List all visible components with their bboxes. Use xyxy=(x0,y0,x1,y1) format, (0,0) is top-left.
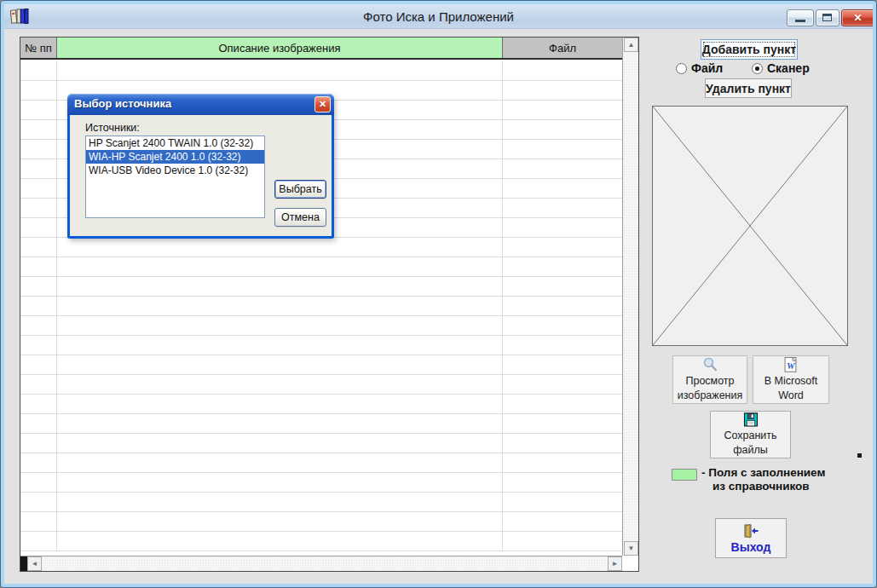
table-cell[interactable] xyxy=(20,532,57,551)
table-row[interactable] xyxy=(20,277,622,297)
table-cell[interactable] xyxy=(20,159,57,178)
scroll-right-button[interactable]: ► xyxy=(608,556,622,571)
table-cell[interactable] xyxy=(20,512,57,531)
table-cell[interactable] xyxy=(57,375,503,394)
table-row[interactable] xyxy=(20,238,622,257)
table-cell[interactable] xyxy=(503,120,621,139)
table-cell[interactable] xyxy=(503,493,621,511)
table-row[interactable] xyxy=(20,473,622,493)
table-cell[interactable] xyxy=(503,179,621,198)
minimize-button[interactable] xyxy=(787,9,814,26)
exit-button[interactable]: Выход xyxy=(715,518,787,558)
source-list-item[interactable]: WIA-HP Scanjet 2400 1.0 (32-32) xyxy=(86,150,264,164)
table-cell[interactable] xyxy=(57,414,503,433)
scroll-left-button[interactable]: ◄ xyxy=(27,556,42,571)
radio-scanner[interactable]: Сканер xyxy=(752,61,810,75)
table-cell[interactable] xyxy=(503,61,621,80)
table-cell[interactable] xyxy=(57,493,503,511)
table-cell[interactable] xyxy=(503,414,621,433)
table-cell[interactable] xyxy=(20,375,57,394)
column-header-desc[interactable]: Описание изображения xyxy=(57,37,503,58)
save-files-button[interactable]: Сохранить файлы xyxy=(710,411,791,458)
table-cell[interactable] xyxy=(503,238,621,257)
table-row[interactable] xyxy=(20,257,622,277)
table-cell[interactable] xyxy=(503,336,621,355)
table-cell[interactable] xyxy=(57,453,503,472)
add-item-button[interactable]: Добавить пункт xyxy=(701,39,798,60)
table-cell[interactable] xyxy=(57,297,503,315)
table-cell[interactable] xyxy=(57,316,503,335)
table-cell[interactable] xyxy=(20,316,57,335)
table-cell[interactable] xyxy=(503,257,621,276)
table-cell[interactable] xyxy=(503,532,621,551)
table-cell[interactable] xyxy=(20,297,57,315)
table-cell[interactable] xyxy=(503,297,621,315)
table-cell[interactable] xyxy=(503,81,621,100)
table-cell[interactable] xyxy=(20,238,57,257)
table-cell[interactable] xyxy=(20,120,57,139)
table-row[interactable] xyxy=(20,532,622,551)
table-cell[interactable] xyxy=(57,238,503,257)
table-cell[interactable] xyxy=(503,277,621,296)
table-cell[interactable] xyxy=(57,355,503,374)
table-row[interactable] xyxy=(20,453,622,473)
table-cell[interactable] xyxy=(20,179,57,198)
maximize-button[interactable] xyxy=(816,9,839,26)
table-cell[interactable] xyxy=(57,61,503,80)
table-cell[interactable] xyxy=(57,336,503,355)
table-cell[interactable] xyxy=(503,101,621,119)
view-image-button[interactable]: Просмотр изображения xyxy=(672,355,747,404)
table-row[interactable] xyxy=(20,512,622,532)
table-cell[interactable] xyxy=(20,395,57,413)
table-cell[interactable] xyxy=(20,277,57,296)
table-cell[interactable] xyxy=(20,336,57,355)
source-list-item[interactable]: HP Scanjet 2400 TWAIN 1.0 (32-32) xyxy=(86,136,264,150)
table-row[interactable] xyxy=(20,493,622,512)
vertical-scrollbar[interactable]: ▲ ▼ xyxy=(622,37,638,556)
table-cell[interactable] xyxy=(503,218,621,237)
dialog-close-button[interactable]: ✕ xyxy=(314,96,331,112)
column-header-num[interactable]: № пп xyxy=(20,37,57,58)
table-cell[interactable] xyxy=(503,199,621,217)
table-row[interactable] xyxy=(20,316,622,336)
close-button[interactable]: ✕ xyxy=(841,9,874,26)
table-cell[interactable] xyxy=(503,355,621,374)
table-cell[interactable] xyxy=(503,375,621,394)
table-row[interactable] xyxy=(20,297,622,316)
table-cell[interactable] xyxy=(57,473,503,492)
dialog-titlebar[interactable]: Выбор источника ✕ xyxy=(67,94,334,115)
table-cell[interactable] xyxy=(57,277,503,296)
table-row[interactable] xyxy=(20,395,622,414)
horizontal-scrollbar[interactable]: ◄ ► xyxy=(20,556,622,571)
table-cell[interactable] xyxy=(503,473,621,492)
table-cell[interactable] xyxy=(57,257,503,276)
table-cell[interactable] xyxy=(503,395,621,413)
table-cell[interactable] xyxy=(20,81,57,100)
table-cell[interactable] xyxy=(20,199,57,217)
table-cell[interactable] xyxy=(57,532,503,551)
table-cell[interactable] xyxy=(503,512,621,531)
delete-item-button[interactable]: Удалить пункт xyxy=(705,78,792,98)
table-row[interactable] xyxy=(20,434,622,453)
table-cell[interactable] xyxy=(503,140,621,159)
table-row[interactable] xyxy=(20,61,622,81)
table-cell[interactable] xyxy=(20,493,57,511)
table-row[interactable] xyxy=(20,355,622,375)
table-cell[interactable] xyxy=(20,140,57,159)
select-button[interactable]: Выбрать xyxy=(274,180,326,199)
column-header-file[interactable]: Файл xyxy=(503,37,622,58)
sources-listbox[interactable]: HP Scanjet 2400 TWAIN 1.0 (32-32)WIA-HP … xyxy=(85,135,265,218)
table-cell[interactable] xyxy=(20,61,57,80)
table-row[interactable] xyxy=(20,414,622,434)
vertical-scroll-track[interactable] xyxy=(623,53,638,540)
table-cell[interactable] xyxy=(20,453,57,472)
table-cell[interactable] xyxy=(503,434,621,453)
table-cell[interactable] xyxy=(57,434,503,453)
radio-file[interactable]: Файл xyxy=(676,61,723,75)
source-list-item[interactable]: WIA-USB Video Device 1.0 (32-32) xyxy=(86,164,264,177)
table-row[interactable] xyxy=(20,375,622,395)
table-cell[interactable] xyxy=(503,159,621,178)
table-cell[interactable] xyxy=(20,257,57,276)
table-cell[interactable] xyxy=(20,434,57,453)
table-cell[interactable] xyxy=(20,414,57,433)
